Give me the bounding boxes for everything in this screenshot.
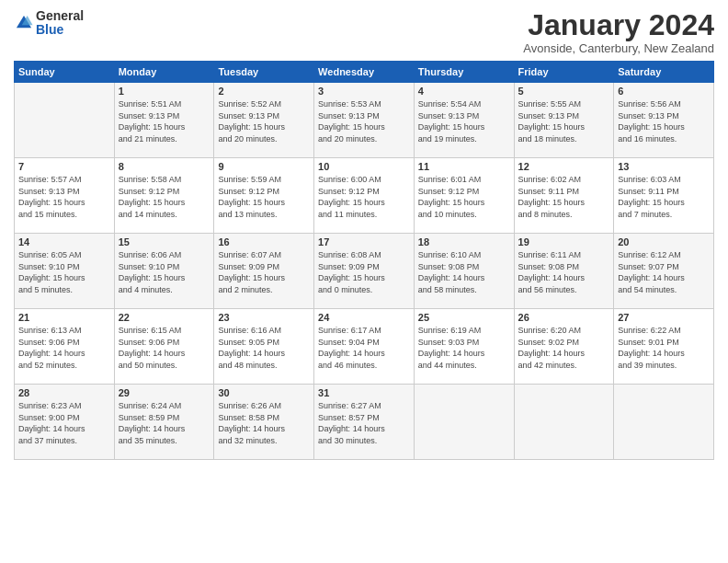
header-sunday: Sunday [15, 62, 115, 83]
day-cell: 7Sunrise: 5:57 AM Sunset: 9:13 PM Daylig… [15, 158, 115, 234]
day-info: Sunrise: 5:55 AM Sunset: 9:13 PM Dayligh… [518, 98, 610, 144]
day-info: Sunrise: 6:11 AM Sunset: 9:08 PM Dayligh… [518, 249, 610, 295]
week-row-4: 21Sunrise: 6:13 AM Sunset: 9:06 PM Dayli… [15, 309, 714, 385]
day-info: Sunrise: 6:26 AM Sunset: 8:58 PM Dayligh… [218, 400, 310, 446]
day-cell: 31Sunrise: 6:27 AM Sunset: 8:57 PM Dayli… [314, 385, 415, 460]
day-cell: 16Sunrise: 6:07 AM Sunset: 9:09 PM Dayli… [214, 234, 314, 309]
day-number: 29 [119, 387, 210, 398]
day-number: 31 [318, 387, 410, 398]
day-info: Sunrise: 6:15 AM Sunset: 9:06 PM Dayligh… [119, 325, 210, 371]
day-cell: 18Sunrise: 6:10 AM Sunset: 9:08 PM Dayli… [414, 234, 514, 309]
day-cell: 23Sunrise: 6:16 AM Sunset: 9:05 PM Dayli… [214, 309, 314, 385]
logo-blue: Blue [36, 23, 84, 37]
day-number: 9 [218, 161, 310, 172]
day-cell: 30Sunrise: 6:26 AM Sunset: 8:58 PM Dayli… [214, 385, 314, 460]
day-cell: 10Sunrise: 6:00 AM Sunset: 9:12 PM Dayli… [314, 158, 415, 234]
day-cell [514, 385, 614, 460]
day-info: Sunrise: 6:20 AM Sunset: 9:02 PM Dayligh… [518, 325, 610, 371]
day-cell: 13Sunrise: 6:03 AM Sunset: 9:11 PM Dayli… [614, 158, 714, 234]
day-cell [414, 385, 514, 460]
day-number: 11 [418, 161, 510, 172]
header-friday: Friday [514, 62, 614, 83]
day-cell: 20Sunrise: 6:12 AM Sunset: 9:07 PM Dayli… [614, 234, 714, 309]
day-cell: 2Sunrise: 5:52 AM Sunset: 9:13 PM Daylig… [214, 83, 314, 158]
day-cell [15, 83, 115, 158]
day-info: Sunrise: 6:12 AM Sunset: 9:07 PM Dayligh… [618, 249, 710, 295]
header-thursday: Thursday [414, 62, 514, 83]
day-cell: 27Sunrise: 6:22 AM Sunset: 9:01 PM Dayli… [614, 309, 714, 385]
day-info: Sunrise: 5:54 AM Sunset: 9:13 PM Dayligh… [418, 98, 510, 144]
header-tuesday: Tuesday [214, 62, 314, 83]
day-info: Sunrise: 6:27 AM Sunset: 8:57 PM Dayligh… [318, 400, 410, 446]
day-cell: 22Sunrise: 6:15 AM Sunset: 9:06 PM Dayli… [114, 309, 214, 385]
day-info: Sunrise: 6:05 AM Sunset: 9:10 PM Dayligh… [18, 249, 110, 295]
day-info: Sunrise: 6:07 AM Sunset: 9:09 PM Dayligh… [218, 249, 310, 295]
day-info: Sunrise: 5:53 AM Sunset: 9:13 PM Dayligh… [318, 98, 410, 144]
day-number: 18 [418, 236, 510, 247]
header-wednesday: Wednesday [314, 62, 415, 83]
day-number: 25 [418, 312, 510, 323]
day-cell: 5Sunrise: 5:55 AM Sunset: 9:13 PM Daylig… [514, 83, 614, 158]
day-info: Sunrise: 6:10 AM Sunset: 9:08 PM Dayligh… [418, 249, 510, 295]
day-cell: 28Sunrise: 6:23 AM Sunset: 9:00 PM Dayli… [15, 385, 115, 460]
day-number: 22 [119, 312, 210, 323]
day-cell: 21Sunrise: 6:13 AM Sunset: 9:06 PM Dayli… [15, 309, 115, 385]
day-cell: 12Sunrise: 6:02 AM Sunset: 9:11 PM Dayli… [514, 158, 614, 234]
day-cell: 4Sunrise: 5:54 AM Sunset: 9:13 PM Daylig… [414, 83, 514, 158]
day-info: Sunrise: 6:23 AM Sunset: 9:00 PM Dayligh… [18, 400, 110, 446]
day-info: Sunrise: 6:19 AM Sunset: 9:03 PM Dayligh… [418, 325, 510, 371]
day-cell: 3Sunrise: 5:53 AM Sunset: 9:13 PM Daylig… [314, 83, 415, 158]
day-cell: 1Sunrise: 5:51 AM Sunset: 9:13 PM Daylig… [114, 83, 214, 158]
day-number: 10 [318, 161, 410, 172]
day-number: 23 [218, 312, 310, 323]
day-cell [614, 385, 714, 460]
logo-text: General Blue [36, 9, 84, 38]
day-info: Sunrise: 5:57 AM Sunset: 9:13 PM Dayligh… [18, 174, 110, 220]
day-info: Sunrise: 6:17 AM Sunset: 9:04 PM Dayligh… [318, 325, 410, 371]
day-number: 21 [18, 312, 110, 323]
day-info: Sunrise: 5:59 AM Sunset: 9:12 PM Dayligh… [218, 174, 310, 220]
day-info: Sunrise: 6:00 AM Sunset: 9:12 PM Dayligh… [318, 174, 410, 220]
day-number: 17 [318, 236, 410, 247]
day-cell: 19Sunrise: 6:11 AM Sunset: 9:08 PM Dayli… [514, 234, 614, 309]
calendar-body: 1Sunrise: 5:51 AM Sunset: 9:13 PM Daylig… [15, 83, 714, 460]
logo: General Blue [14, 9, 84, 38]
day-number: 6 [618, 86, 710, 97]
title-block: January 2024 Avonside, Canterbury, New Z… [523, 9, 714, 55]
day-number: 8 [119, 161, 210, 172]
day-number: 1 [119, 86, 210, 97]
day-number: 16 [218, 236, 310, 247]
day-cell: 29Sunrise: 6:24 AM Sunset: 8:59 PM Dayli… [114, 385, 214, 460]
day-number: 28 [18, 387, 110, 398]
week-row-2: 7Sunrise: 5:57 AM Sunset: 9:13 PM Daylig… [15, 158, 714, 234]
day-number: 20 [618, 236, 710, 247]
day-cell: 6Sunrise: 5:56 AM Sunset: 9:13 PM Daylig… [614, 83, 714, 158]
header-row: Sunday Monday Tuesday Wednesday Thursday… [15, 62, 714, 83]
day-number: 5 [518, 86, 610, 97]
month-title: January 2024 [523, 9, 714, 41]
day-number: 7 [18, 161, 110, 172]
day-cell: 14Sunrise: 6:05 AM Sunset: 9:10 PM Dayli… [15, 234, 115, 309]
day-info: Sunrise: 5:56 AM Sunset: 9:13 PM Dayligh… [618, 98, 710, 144]
day-info: Sunrise: 6:06 AM Sunset: 9:10 PM Dayligh… [119, 249, 210, 295]
day-info: Sunrise: 6:03 AM Sunset: 9:11 PM Dayligh… [618, 174, 710, 220]
week-row-1: 1Sunrise: 5:51 AM Sunset: 9:13 PM Daylig… [15, 83, 714, 158]
day-number: 26 [518, 312, 610, 323]
day-info: Sunrise: 6:22 AM Sunset: 9:01 PM Dayligh… [618, 325, 710, 371]
calendar-page: General Blue January 2024 Avonside, Cant… [0, 0, 728, 563]
header-saturday: Saturday [614, 62, 714, 83]
day-number: 4 [418, 86, 510, 97]
week-row-3: 14Sunrise: 6:05 AM Sunset: 9:10 PM Dayli… [15, 234, 714, 309]
day-cell: 24Sunrise: 6:17 AM Sunset: 9:04 PM Dayli… [314, 309, 415, 385]
day-cell: 17Sunrise: 6:08 AM Sunset: 9:09 PM Dayli… [314, 234, 415, 309]
day-info: Sunrise: 5:52 AM Sunset: 9:13 PM Dayligh… [218, 98, 310, 144]
logo-icon [14, 13, 34, 33]
day-info: Sunrise: 6:16 AM Sunset: 9:05 PM Dayligh… [218, 325, 310, 371]
day-number: 15 [119, 236, 210, 247]
day-info: Sunrise: 6:02 AM Sunset: 9:11 PM Dayligh… [518, 174, 610, 220]
day-number: 3 [318, 86, 410, 97]
day-info: Sunrise: 6:01 AM Sunset: 9:12 PM Dayligh… [418, 174, 510, 220]
day-cell: 25Sunrise: 6:19 AM Sunset: 9:03 PM Dayli… [414, 309, 514, 385]
day-number: 24 [318, 312, 410, 323]
calendar-table: Sunday Monday Tuesday Wednesday Thursday… [14, 61, 714, 460]
